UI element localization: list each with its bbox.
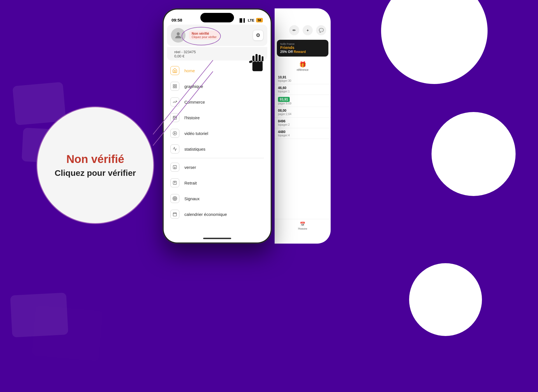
gift-icon: 🎁	[299, 61, 306, 68]
retrait-label: Retrait	[184, 181, 197, 185]
status-icons: ▐▌▌ LTE 58	[238, 18, 263, 22]
trade-pair-4: pager:2,64	[278, 113, 327, 116]
trade-value-2: 46,60	[278, 86, 327, 90]
svg-rect-3	[173, 85, 175, 86]
histoire-label: l'histoire	[184, 115, 200, 120]
graphique-icon	[170, 82, 179, 91]
dynamic-island	[200, 13, 234, 22]
reference-item[interactable]: 🎁 référence	[275, 59, 331, 74]
decorative-blob-bottom	[409, 263, 482, 336]
promo-percent-label: 25% Off Reward	[280, 50, 325, 54]
nav-item-retrait[interactable]: Retrait	[164, 175, 271, 191]
callout-circle: Non vérifié Cliquez pour vérifier	[36, 106, 154, 224]
phone-device: 09:58 ▐▌▌ LTE 58 Non vé	[163, 8, 272, 244]
trade-row-3: 93,91 pager:9,69	[275, 95, 331, 107]
decorative-blob-middle	[432, 112, 516, 196]
nav-item-histoire[interactable]: l'histoire	[164, 110, 271, 125]
svg-rect-4	[175, 85, 177, 86]
account-id-text: réel - 323475	[174, 50, 260, 54]
home-indicator-bar	[164, 234, 271, 242]
trade-value-5: 8496	[278, 119, 327, 123]
promo-sub-label: Nulle France	[280, 43, 325, 45]
rp-bottom-histoire[interactable]: 📅 l'histoire	[298, 221, 307, 230]
user-avatar	[171, 28, 185, 43]
trade-value-3: 93,91	[278, 97, 290, 102]
nav-item-signaux[interactable]: Signaux	[164, 191, 271, 206]
svg-rect-5	[173, 87, 175, 88]
svg-rect-6	[175, 87, 177, 88]
trade-row-1: 10,91 lopager:30	[275, 74, 331, 84]
graphique-label: graphique	[184, 84, 203, 89]
message-icon[interactable]: 💬	[316, 25, 326, 35]
signal-bars-icon: ▐▌▌	[238, 18, 246, 22]
non-verifie-label: Non vérifié	[192, 32, 217, 36]
verified-badge[interactable]: Non vérifié Cliquez pour vérifier	[189, 31, 219, 40]
right-panel-bottom-nav: 📅 l'histoire	[275, 219, 331, 232]
trade-pair-6: lopager:4	[278, 134, 327, 137]
profile-info: Non vérifié Cliquez pour vérifier	[189, 31, 249, 40]
home-label: home	[184, 68, 195, 73]
phone-screen: 09:58 ▐▌▌ LTE 58 Non vé	[164, 10, 271, 242]
avatar-icon	[174, 31, 183, 40]
trade-pair-3: pager:9,69	[278, 102, 327, 105]
svg-point-11	[173, 131, 177, 135]
trade-pair-5: lopager:2	[278, 123, 327, 126]
account-balance-text: 0,00 €	[174, 54, 260, 58]
video-label: vidéo tutoriel	[184, 131, 208, 136]
svg-point-15	[174, 198, 175, 199]
trade-value-4: 08,00	[278, 109, 327, 113]
verser-label: verser	[184, 165, 196, 170]
trade-pair-2: lopager:1	[278, 90, 327, 93]
retrait-icon	[170, 178, 179, 187]
rp-histoire-label: l'histoire	[298, 227, 307, 230]
home-icon	[170, 66, 179, 75]
nav-item-video[interactable]: vidéo tutoriel	[164, 125, 271, 141]
decorative-blob-top	[381, 0, 488, 84]
trade-row-2: 46,60 lopager:1	[275, 84, 331, 95]
rp-histoire-icon: 📅	[300, 221, 305, 227]
promo-friends-label: Friends	[280, 45, 325, 50]
svg-rect-18	[173, 213, 177, 216]
cliquez-verifier-label: Cliquez pour vérifier	[192, 36, 217, 39]
svg-point-2	[177, 32, 180, 35]
phone-frame: 09:58 ▐▌▌ LTE 58 Non vé	[163, 8, 272, 244]
right-panel-top-icons: ✏ + 💬	[275, 25, 331, 38]
settings-button[interactable]: ⚙	[253, 30, 263, 41]
calendrier-label: calendrier économique	[184, 212, 227, 217]
pencil-icon[interactable]: ✏	[289, 25, 299, 35]
video-icon	[170, 129, 179, 138]
trade-pair-1: lopager:30	[278, 79, 327, 82]
trade-row-4: 08,00 pager:2,64	[275, 107, 331, 118]
status-time: 09:58	[171, 18, 182, 22]
nav-divider	[170, 158, 264, 158]
nav-item-home[interactable]: home	[164, 63, 271, 78]
callout-non-verifie-text: Non vérifié	[66, 153, 124, 165]
trade-value-6: 4480	[278, 130, 327, 134]
nav-item-commerce[interactable]: Commerce	[164, 94, 271, 110]
nav-item-calendrier[interactable]: calendrier économique	[164, 206, 271, 222]
battery-indicator: 58	[256, 18, 263, 22]
home-indicator	[203, 238, 231, 239]
trade-row-5: 8496 lopager:2	[275, 118, 331, 128]
svg-marker-12	[175, 132, 176, 134]
histoire-icon	[170, 113, 179, 122]
promo-reward-label: Reward	[294, 50, 306, 54]
nav-item-graphique[interactable]: graphique	[164, 78, 271, 94]
trade-row-6: 4480 lopager:4	[275, 128, 331, 139]
calendrier-icon	[170, 210, 179, 219]
right-panel-inner: ✏ + 💬 Nulle France Friends 25% Off Rewar…	[275, 8, 331, 244]
callout-cliquez-text: Cliquez pour vérifier	[55, 168, 136, 178]
nav-item-statistiques[interactable]: statistiques	[164, 141, 271, 157]
statistiques-icon	[170, 144, 179, 153]
svg-rect-7	[173, 116, 177, 120]
promo-banner: Nulle France Friends 25% Off Reward	[277, 40, 328, 57]
nav-item-verser[interactable]: verser	[164, 159, 271, 175]
plus-icon[interactable]: +	[303, 25, 313, 35]
signaux-label: Signaux	[184, 196, 200, 201]
statistiques-label: statistiques	[184, 147, 205, 151]
commerce-icon	[170, 97, 179, 106]
reference-label: référence	[297, 68, 309, 71]
profile-header[interactable]: Non vérifié Cliquez pour vérifier ⚙	[167, 25, 267, 46]
lte-label: LTE	[248, 18, 254, 22]
verser-icon	[170, 163, 179, 172]
